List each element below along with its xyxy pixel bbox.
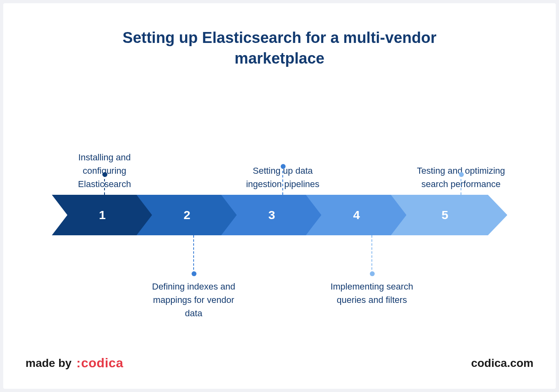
made-by-text: made by <box>26 357 72 370</box>
connector-4 <box>371 235 372 274</box>
footer-site: codica.com <box>471 357 533 370</box>
step-2-number: 2 <box>183 208 190 222</box>
footer: made by :codica codica.com <box>26 356 533 371</box>
process-diagram: Installing and configuring Elasticsearch… <box>23 106 536 316</box>
connector-dot-icon <box>281 164 286 169</box>
footer-left: made by :codica <box>26 356 124 371</box>
connector-2 <box>193 235 194 274</box>
connector-dot-icon <box>459 172 464 177</box>
codica-logo: :codica <box>77 356 124 371</box>
diagram-card: Setting up Elasticsearch for a multi-ven… <box>3 3 556 389</box>
connector-1 <box>104 175 105 195</box>
step-2-label: Defining indexes and mappings for vendor… <box>147 280 240 320</box>
step-3-number: 3 <box>269 208 275 222</box>
step-1-number: 1 <box>99 208 106 222</box>
arrow-row: 1 2 3 4 <box>52 195 507 235</box>
svg-marker-4 <box>391 195 507 235</box>
step-5-number: 5 <box>442 208 448 222</box>
connector-dot-icon <box>370 271 375 276</box>
connector-3 <box>282 166 283 195</box>
logo-colon-icon: : <box>77 356 81 371</box>
connector-dot-icon <box>192 271 196 276</box>
connector-5 <box>461 175 461 195</box>
diagram-title: Setting up Elasticsearch for a multi-ven… <box>97 28 462 69</box>
connector-dot-icon <box>102 172 107 177</box>
logo-name: codica <box>81 356 123 371</box>
chevron-5: 5 <box>391 195 507 235</box>
step-4-label: Implementing search queries and filters <box>325 280 418 307</box>
step-4-number: 4 <box>353 208 360 222</box>
